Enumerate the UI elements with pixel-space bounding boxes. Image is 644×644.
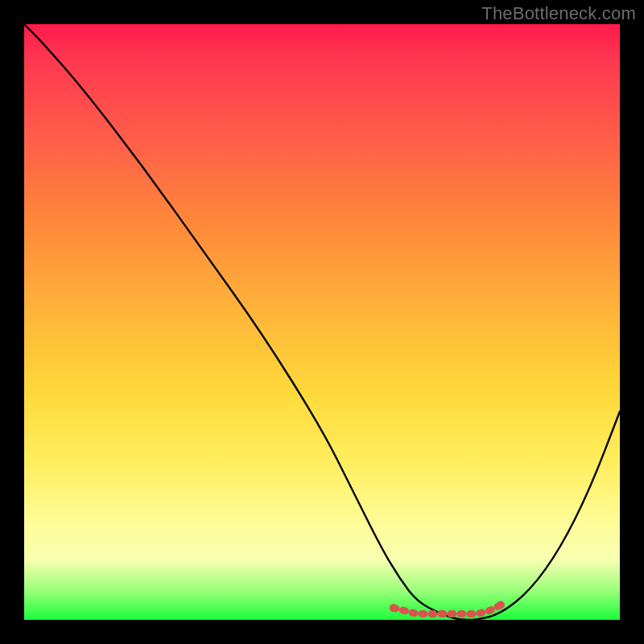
optimal-range-endpoint: [497, 601, 505, 609]
plot-area: [24, 24, 620, 620]
watermark-text: TheBottleneck.com: [481, 3, 636, 24]
bottleneck-curve: [24, 24, 620, 620]
chart-svg: [24, 24, 620, 620]
optimal-range-markers: [390, 601, 505, 614]
optimal-range-band: [394, 605, 501, 614]
chart-frame: TheBottleneck.com: [0, 0, 644, 644]
optimal-range-endpoint: [390, 604, 398, 612]
